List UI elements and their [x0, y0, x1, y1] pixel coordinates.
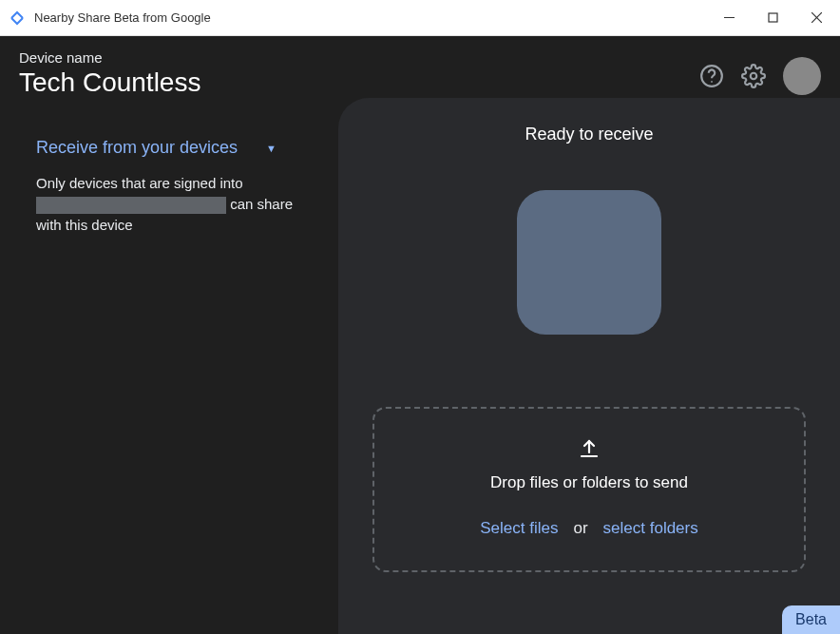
main-panel: Ready to receive Drop files or folders t…: [338, 98, 840, 634]
settings-button[interactable]: [741, 64, 766, 88]
drop-text: Drop files or folders to send: [490, 473, 688, 492]
close-button[interactable]: [794, 0, 838, 36]
receive-mode-label: Receive from your devices: [36, 138, 238, 158]
sidebar: Receive from your devices ▼ Only devices…: [0, 98, 338, 634]
window-title: Nearby Share Beta from Google: [34, 10, 707, 25]
select-row: Select files or select folders: [480, 519, 698, 538]
ready-title: Ready to receive: [525, 125, 653, 144]
desc-prefix: Only devices that are signed into: [36, 175, 243, 191]
device-name-value: Tech Countless: [19, 67, 699, 98]
app-body: Device name Tech Countless Receive from …: [0, 36, 840, 634]
help-button[interactable]: [699, 64, 724, 88]
beta-badge: Beta: [782, 605, 840, 634]
select-folders-link[interactable]: select folders: [603, 519, 698, 538]
receive-mode-description: Only devices that are signed into can sh…: [36, 173, 308, 235]
svg-rect-1: [769, 13, 777, 22]
svg-point-5: [711, 81, 713, 83]
svg-point-6: [751, 73, 757, 80]
dropzone[interactable]: Drop files or folders to send Select fil…: [372, 407, 806, 572]
select-files-link[interactable]: Select files: [480, 519, 558, 538]
chevron-down-icon: ▼: [266, 143, 277, 154]
header-left: Device name Tech Countless: [19, 49, 699, 98]
minimize-button[interactable]: [707, 0, 751, 36]
header-actions: [699, 57, 821, 95]
device-tile[interactable]: [517, 190, 661, 335]
receive-mode-dropdown[interactable]: Receive from your devices ▼: [36, 138, 308, 158]
device-name-label: Device name: [19, 49, 699, 66]
header: Device name Tech Countless: [0, 36, 840, 98]
account-avatar[interactable]: [783, 57, 821, 95]
upload-icon: [578, 437, 601, 464]
or-text: or: [573, 519, 587, 538]
window-titlebar: Nearby Share Beta from Google: [0, 0, 840, 36]
app-icon: [10, 10, 25, 26]
window-controls: [707, 0, 838, 36]
body: Receive from your devices ▼ Only devices…: [0, 98, 840, 634]
redacted-email: [36, 197, 226, 214]
maximize-button[interactable]: [751, 0, 794, 36]
